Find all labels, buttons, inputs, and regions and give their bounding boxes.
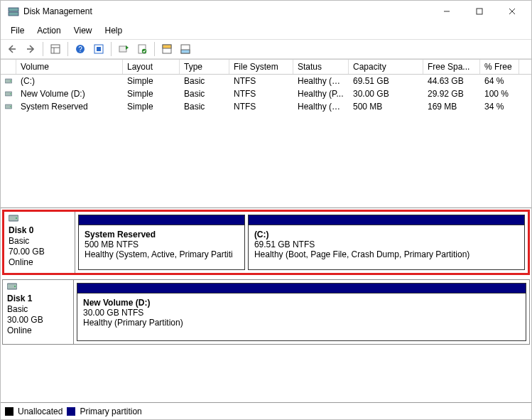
- header-icon-col[interactable]: [1, 60, 16, 74]
- partition-body: (C:)69.51 GB NTFSHealthy (Boot, Page Fil…: [249, 225, 524, 269]
- menu-view[interactable]: View: [68, 23, 98, 38]
- partition[interactable]: System Reserved500 MB NTFSHealthy (Syste…: [78, 215, 245, 270]
- volume-row[interactable]: (C:)SimpleBasicNTFSHealthy (B...69.51 GB…: [1, 75, 531, 87]
- volume-list-body[interactable]: (C:)SimpleBasicNTFSHealthy (B...69.51 GB…: [1, 75, 531, 208]
- toolbar: ?: [1, 39, 531, 59]
- disk-type: Basic: [7, 304, 69, 314]
- svg-rect-3: [477, 9, 482, 14]
- disk-icon: [1, 90, 16, 97]
- app-icon: [8, 6, 19, 17]
- volume-row[interactable]: System ReservedSimpleBasicNTFSHealthy (S…: [1, 100, 531, 113]
- cell-filesystem: NTFS: [229, 76, 293, 86]
- disk-graphical-pane[interactable]: Disk 0Basic70.00 GBOnlineSystem Reserved…: [1, 208, 531, 402]
- partition-stripe: [77, 284, 526, 294]
- header-pctfree[interactable]: % Free: [480, 60, 519, 74]
- partition-stripe: [249, 215, 524, 225]
- svg-rect-19: [181, 50, 190, 53]
- titlebar[interactable]: Disk Management: [1, 1, 531, 22]
- view-top-button[interactable]: [158, 41, 175, 58]
- disk-partitions: New Volume (D:)30.00 GB NTFSHealthy (Pri…: [74, 280, 529, 344]
- cell-filesystem: NTFS: [229, 102, 293, 112]
- disk-name: Disk 0: [9, 225, 70, 235]
- cell-type: Basic: [180, 89, 229, 99]
- svg-rect-17: [163, 45, 171, 48]
- cell-volume: (C:): [16, 76, 123, 86]
- legend-label-unallocated: Unallocated: [18, 406, 63, 416]
- cell-status: Healthy (S...: [293, 102, 349, 112]
- svg-point-23: [10, 93, 11, 94]
- disk-info[interactable]: Disk 0Basic70.00 GBOnline: [4, 212, 75, 273]
- partition-size: 30.00 GB NTFS: [83, 308, 520, 318]
- header-volume[interactable]: Volume: [16, 60, 123, 74]
- legend-swatch-unallocated: [5, 407, 13, 416]
- disk-name: Disk 1: [7, 294, 69, 303]
- cell-freespace: 169 MB: [423, 102, 480, 112]
- close-button[interactable]: [496, 1, 528, 22]
- header-capacity[interactable]: Capacity: [349, 60, 423, 74]
- properties-button[interactable]: [134, 41, 151, 58]
- refresh-button[interactable]: [115, 41, 132, 58]
- cell-filesystem: NTFS: [229, 89, 293, 99]
- partition[interactable]: (C:)69.51 GB NTFSHealthy (Boot, Page Fil…: [248, 215, 525, 270]
- back-button[interactable]: [4, 41, 21, 58]
- cell-status: Healthy (B...: [293, 76, 349, 86]
- minimize-button[interactable]: [430, 1, 463, 22]
- svg-point-25: [10, 106, 11, 107]
- toolbar-separator: [154, 42, 155, 56]
- partition-body: System Reserved500 MB NTFSHealthy (Syste…: [79, 225, 244, 269]
- disk-row[interactable]: Disk 0Basic70.00 GBOnlineSystem Reserved…: [2, 210, 530, 275]
- disk-icon: [9, 215, 70, 225]
- cell-capacity: 69.51 GB: [349, 76, 423, 86]
- menu-help[interactable]: Help: [99, 23, 129, 38]
- show-hide-tree-button[interactable]: [47, 41, 64, 58]
- cell-layout: Simple: [123, 89, 180, 99]
- header-freespace[interactable]: Free Spa...: [423, 60, 480, 74]
- cell-layout: Simple: [123, 76, 180, 86]
- volume-row[interactable]: New Volume (D:)SimpleBasicNTFSHealthy (P…: [1, 87, 531, 100]
- partition-title: New Volume (D:): [83, 298, 520, 308]
- menu-action[interactable]: Action: [31, 23, 66, 38]
- volume-list-header: Volume Layout Type File System Status Ca…: [1, 59, 531, 75]
- maximize-button[interactable]: [463, 1, 496, 22]
- disk-icon: [7, 283, 69, 293]
- disk-management-window: Disk Management File Action View Help: [0, 0, 532, 420]
- cell-type: Basic: [180, 102, 229, 112]
- view-bottom-button[interactable]: [177, 41, 194, 58]
- cell-freespace: 29.92 GB: [423, 89, 480, 99]
- disk-size: 70.00 GB: [9, 247, 70, 257]
- partition-status: Healthy (Primary Partition): [83, 318, 520, 328]
- svg-point-21: [10, 80, 11, 81]
- svg-rect-0: [9, 8, 18, 11]
- cell-pctfree: 34 %: [480, 102, 519, 112]
- svg-rect-1: [9, 12, 18, 16]
- help-button[interactable]: ?: [72, 41, 89, 58]
- disk-row[interactable]: Disk 1Basic30.00 GBOnlineNew Volume (D:)…: [2, 279, 530, 345]
- volume-list-pane: Volume Layout Type File System Status Ca…: [1, 59, 531, 208]
- menu-file[interactable]: File: [5, 23, 30, 38]
- forward-button[interactable]: [22, 41, 39, 58]
- toolbar-separator: [67, 42, 68, 56]
- partition-title: System Reserved: [85, 230, 239, 239]
- cell-capacity: 500 MB: [349, 102, 423, 112]
- disk-info[interactable]: Disk 1Basic30.00 GBOnline: [3, 280, 74, 344]
- svg-rect-13: [119, 46, 126, 52]
- svg-rect-12: [97, 47, 101, 51]
- legend: Unallocated Primary partition: [1, 402, 531, 419]
- partition-status: Healthy (System, Active, Primary Partiti: [85, 249, 239, 259]
- disk-size: 30.00 GB: [7, 315, 69, 325]
- header-status[interactable]: Status: [293, 60, 349, 74]
- disk-type: Basic: [9, 236, 70, 246]
- disk-icon: [1, 77, 16, 85]
- svg-point-29: [14, 286, 16, 287]
- header-layout[interactable]: Layout: [123, 60, 180, 74]
- cell-freespace: 44.63 GB: [423, 76, 480, 86]
- header-filesystem[interactable]: File System: [229, 60, 293, 74]
- toolbar-separator: [111, 42, 112, 56]
- header-type[interactable]: Type: [180, 60, 229, 74]
- window-title: Disk Management: [23, 6, 430, 16]
- partition[interactable]: New Volume (D:)30.00 GB NTFSHealthy (Pri…: [77, 283, 526, 341]
- cell-pctfree: 64 %: [480, 76, 519, 86]
- settings-button[interactable]: [90, 41, 107, 58]
- partition-size: 500 MB NTFS: [85, 239, 239, 249]
- disk-icon: [1, 103, 16, 110]
